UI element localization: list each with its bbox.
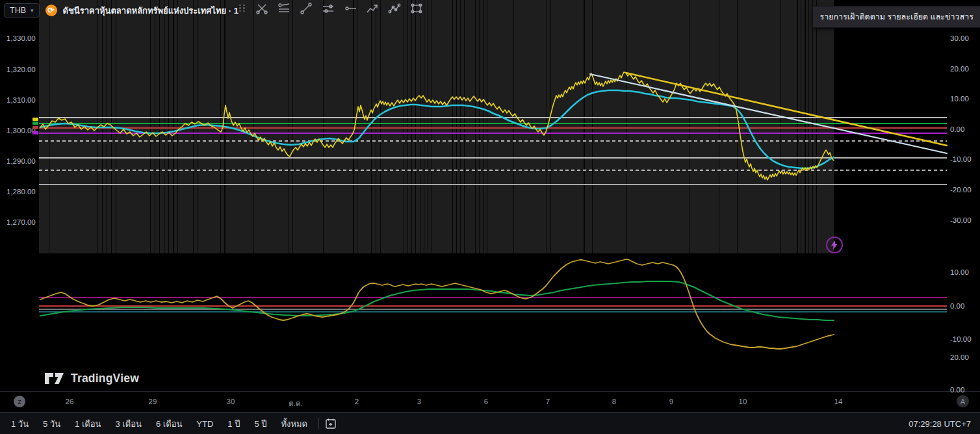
timezone-badge[interactable]: z (14, 396, 25, 407)
session-gridline (475, 0, 476, 253)
session-gridline (719, 0, 719, 253)
session-gridline (371, 0, 372, 253)
change-tick-label: -30.00 (950, 216, 972, 224)
session-gridline (407, 0, 408, 253)
bottom-toolbar: 1 วัน5 วัน1 เดือน3 เดือน6 เดือนYTD1 ปี5 … (0, 412, 980, 434)
time-tick-label[interactable]: 8 (612, 398, 616, 405)
goto-date-button[interactable] (324, 417, 337, 430)
session-gridline (357, 0, 357, 253)
chart-legend: THB ▾ ⟳ ดัชนีราคาหุ้นตลาดหลักทรัพย์แห่งป… (4, 3, 239, 18)
symbol-logo-icon[interactable]: ⟳ (45, 5, 57, 16)
session-gridline (411, 0, 412, 253)
range-button[interactable]: ทั้งหมด (276, 415, 314, 433)
bolt-glyph-icon (831, 240, 838, 249)
session-gridline (168, 0, 169, 253)
currency-value: THB (10, 6, 26, 15)
session-gridline (479, 0, 480, 253)
arrow-polyline-tool[interactable] (361, 0, 383, 16)
session-gridline (198, 0, 198, 253)
series-line[interactable] (40, 281, 834, 320)
session-gridline (353, 0, 354, 253)
indicator-tick-label: 0.00 (950, 302, 964, 310)
session-gridline (780, 0, 781, 253)
session-gridline (626, 0, 627, 253)
range-button[interactable]: 1 เดือน (69, 415, 107, 433)
toolbar-drag-handle-icon[interactable] (239, 5, 246, 12)
session-gridline (805, 0, 806, 253)
time-tick-label[interactable]: 26 (66, 398, 74, 405)
horizontal-ray-icon (343, 1, 357, 16)
session-gridline (456, 0, 457, 253)
zigzag-path-tool[interactable] (383, 0, 406, 16)
range-button[interactable]: YTD (190, 416, 219, 431)
price-tick-label: 1,280.00 (6, 188, 36, 196)
chart-canvas[interactable] (0, 0, 980, 434)
time-tick-label[interactable]: 9 (669, 398, 673, 405)
trend-line-icon (299, 1, 313, 16)
session-gridline (487, 0, 487, 253)
channel-icon (277, 1, 291, 16)
time-axis[interactable]: z 262930ต.ค.2367891014 A (0, 391, 980, 413)
price-tick-label: 1,310.00 (6, 96, 36, 104)
session-gridline (464, 0, 465, 253)
session-gridline (380, 0, 381, 253)
time-tick-label[interactable]: 3 (417, 398, 421, 405)
price-tick-label: 1,270.00 (6, 218, 36, 226)
time-tick-label[interactable]: 2 (355, 398, 359, 405)
time-tick-label[interactable]: ต.ค. (289, 398, 303, 409)
chevron-down-icon: ▾ (31, 7, 34, 14)
range-button[interactable]: 6 เดือน (150, 415, 188, 433)
session-gridline (323, 0, 324, 253)
change-tick-label: -20.00 (950, 186, 972, 194)
change-tick-label: -10.00 (950, 155, 972, 163)
price-tick-label: 1,320.00 (6, 66, 36, 73)
time-tick-label[interactable]: 29 (149, 398, 157, 405)
main-plot-background (39, 0, 834, 253)
session-gridline (376, 0, 376, 253)
channel-tool[interactable] (273, 0, 295, 16)
arrow-polyline-icon (365, 1, 380, 16)
session-gridline (292, 0, 293, 253)
clock-utc-label[interactable]: 07:29:28 UTC+7 (909, 419, 971, 429)
session-gridline (428, 0, 428, 253)
time-tick-label[interactable]: 6 (484, 398, 488, 405)
cross-trend-icon (255, 1, 269, 16)
cross-trend-tool[interactable] (251, 0, 273, 16)
session-gridline (452, 0, 453, 253)
session-gridline (164, 0, 164, 253)
time-tick-label[interactable]: 14 (834, 398, 843, 405)
horizontal-ray-tool[interactable] (339, 0, 361, 16)
autoscale-badge[interactable]: A (957, 395, 969, 407)
session-gridline (513, 0, 514, 253)
time-tick-label[interactable]: 7 (546, 398, 550, 405)
axis-price-tag (32, 126, 38, 129)
watchlist-tooltip: รายการเฝ้าติดตาม รายละเอียด และข่าวสาร (813, 6, 980, 27)
session-gridline (801, 0, 801, 253)
currency-select[interactable]: THB ▾ (4, 3, 40, 18)
range-button[interactable]: 5 วัน (37, 415, 66, 433)
range-button[interactable]: 1 ปี (222, 415, 246, 433)
range-button[interactable]: 3 เดือน (109, 415, 147, 433)
session-gridline (797, 0, 798, 253)
series-line[interactable] (40, 259, 834, 349)
session-gridline (49, 0, 49, 253)
time-tick-label[interactable]: 10 (739, 398, 747, 405)
trend-line-tool[interactable] (295, 0, 317, 16)
session-gridline (460, 0, 461, 253)
symbol-title[interactable]: ดัชนีราคาหุ้นตลาดหลักทรัพย์แห่งประเทศไทย… (63, 4, 239, 18)
horizontal-lines-tool[interactable] (317, 0, 339, 16)
range-button[interactable]: 5 ปี (248, 415, 272, 433)
change-tick-label: 20.00 (950, 65, 969, 73)
session-gridline (289, 0, 289, 253)
time-tick-label[interactable]: 30 (227, 398, 235, 405)
lightning-icon[interactable] (826, 236, 843, 253)
session-gridline (159, 0, 160, 253)
session-gridline (116, 0, 116, 253)
range-button[interactable]: 1 วัน (5, 415, 34, 433)
axis-price-tag (32, 121, 38, 125)
tradingview-logo[interactable]: TradingView (44, 372, 139, 385)
change-tick-label: 30.00 (950, 34, 969, 42)
session-gridline (155, 0, 155, 253)
rectangle-tool[interactable] (406, 0, 428, 16)
rectangle-icon (409, 1, 424, 16)
